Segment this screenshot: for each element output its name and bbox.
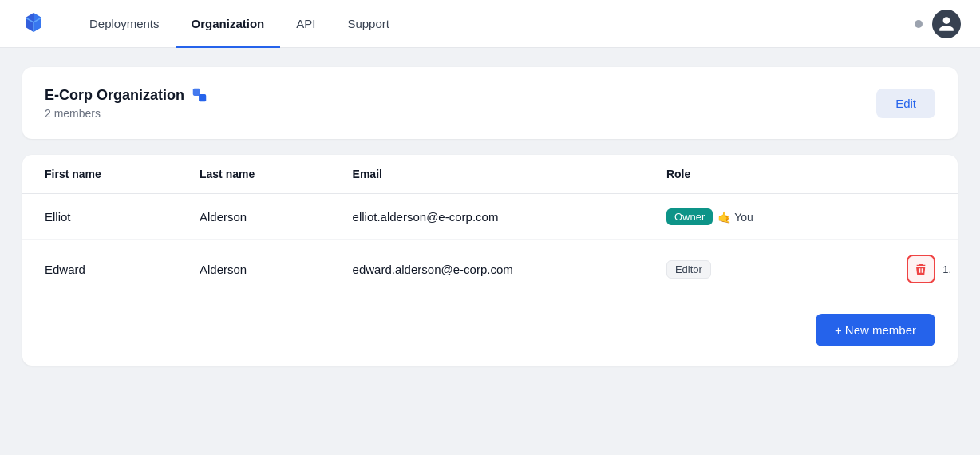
org-name: E-Corp Organization — [45, 86, 208, 104]
first-name-cell: Edward — [22, 240, 177, 299]
first-name-cell: Elliot — [22, 194, 177, 240]
nav-organization[interactable]: Organization — [176, 0, 281, 48]
col-role: Role — [644, 155, 845, 194]
last-name-cell: Alderson — [177, 194, 330, 240]
you-label: You — [734, 211, 753, 224]
role-cell: Editor — [644, 240, 845, 299]
members-table: First name Last name Email Role Elliot A… — [22, 155, 958, 298]
new-member-button[interactable]: + New member — [816, 314, 935, 346]
delete-member-button[interactable] — [907, 255, 935, 283]
members-table-card: First name Last name Email Role Elliot A… — [22, 155, 958, 366]
org-card: E-Corp Organization 2 members Edit — [22, 67, 958, 139]
col-last-name: Last name — [177, 155, 330, 194]
header: Deployments Organization API Support — [0, 0, 980, 48]
role-badge-owner: Owner — [666, 208, 713, 225]
col-actions — [845, 155, 958, 194]
nav-deployments[interactable]: Deployments — [73, 0, 176, 48]
delete-wrapper: 1. — [867, 255, 935, 283]
svg-rect-2 — [199, 94, 206, 101]
annotation-1: 1. — [942, 263, 951, 275]
main-nav: Deployments Organization API Support — [73, 0, 915, 48]
table-row: Edward Alderson edward.alderson@e-corp.c… — [22, 240, 958, 299]
edit-button[interactable]: Edit — [876, 89, 935, 118]
header-right — [915, 10, 961, 38]
org-name-text: E-Corp Organization — [45, 87, 184, 104]
col-email: Email — [330, 155, 644, 194]
action-cell: 1. — [845, 240, 958, 299]
you-emoji: 🤙 — [717, 211, 731, 224]
role-cell: Owner 🤙 You — [644, 194, 845, 240]
table-body: Elliot Alderson elliot.alderson@e-corp.c… — [22, 194, 958, 299]
org-members-count: 2 members — [45, 107, 208, 120]
last-name-cell: Alderson — [177, 240, 330, 299]
table-header: First name Last name Email Role — [22, 155, 958, 194]
avatar[interactable] — [932, 10, 961, 38]
new-member-section: + New member — [22, 298, 958, 350]
nav-support[interactable]: Support — [331, 0, 405, 48]
role-badge-editor: Editor — [666, 260, 711, 279]
svg-rect-1 — [193, 89, 200, 96]
email-cell: edward.alderson@e-corp.com — [330, 240, 644, 299]
email-cell: elliot.alderson@e-corp.com — [330, 194, 644, 240]
org-icon — [191, 86, 208, 104]
col-first-name: First name — [22, 155, 177, 194]
org-info: E-Corp Organization 2 members — [45, 86, 208, 120]
main-content: E-Corp Organization 2 members Edit First… — [0, 48, 980, 385]
nav-api[interactable]: API — [280, 0, 331, 48]
status-indicator — [915, 20, 923, 28]
logo-icon — [19, 10, 48, 38]
you-badge: 🤙 You — [717, 211, 753, 224]
action-cell — [845, 194, 958, 240]
table-row: Elliot Alderson elliot.alderson@e-corp.c… — [22, 194, 958, 240]
